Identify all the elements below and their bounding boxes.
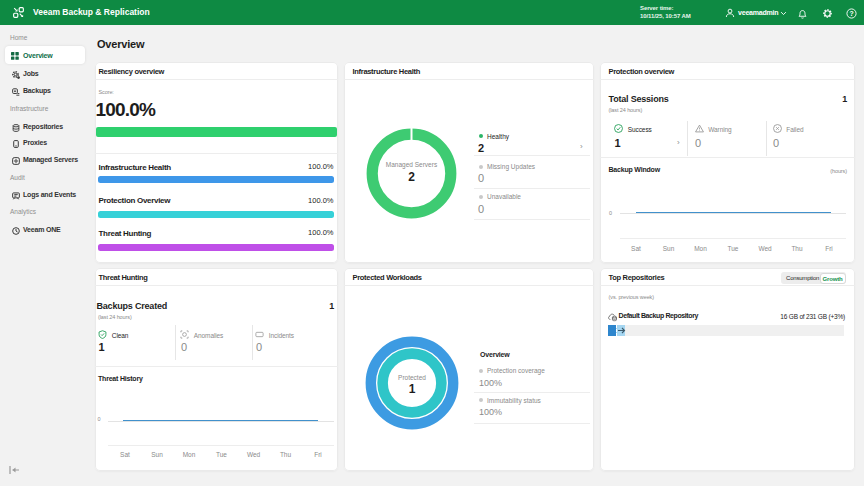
svg-text:?: ? — [849, 9, 853, 16]
